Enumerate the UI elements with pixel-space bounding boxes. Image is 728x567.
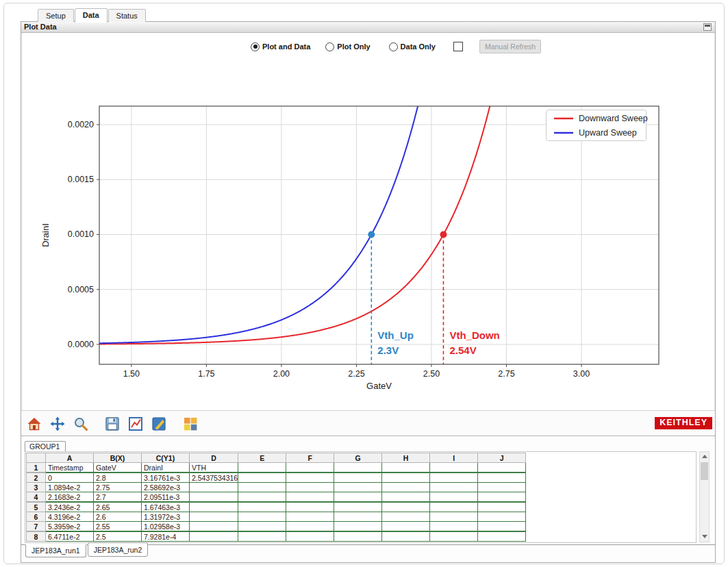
grid-cell[interactable] [478, 531, 526, 542]
scroll-up-button[interactable] [700, 452, 709, 462]
tab-run1[interactable]: JEP183A_run1 [25, 544, 86, 557]
grid-cell[interactable] [382, 512, 430, 522]
row-header[interactable]: 1 [27, 463, 46, 473]
grid-cell[interactable] [382, 463, 430, 473]
save-tool-button[interactable] [103, 414, 121, 433]
grid-cell[interactable]: 3.2436e-2 [46, 502, 94, 512]
manual-refresh-button[interactable]: Manual Refresh [479, 40, 541, 53]
column-header[interactable]: A [46, 453, 94, 463]
grid-cell[interactable] [430, 492, 478, 503]
grid-cell[interactable]: 2.7 [94, 492, 142, 503]
zoom-tool-button[interactable] [71, 414, 90, 433]
grid-cell[interactable] [238, 463, 286, 473]
grid-cell[interactable] [190, 531, 238, 542]
grid-cell[interactable] [190, 483, 238, 492]
column-header[interactable]: E [238, 453, 286, 463]
grid-cell[interactable] [238, 483, 286, 492]
row-header[interactable]: 7 [27, 522, 46, 532]
grid-cell[interactable]: Timestamp [46, 463, 94, 473]
grid-cell[interactable]: 0 [46, 473, 94, 483]
grid-corner[interactable] [27, 453, 46, 463]
grid-cell[interactable] [334, 522, 382, 532]
grid-cell[interactable]: 1.31972e-3 [142, 512, 190, 522]
grid-cell[interactable]: 1.0894e-2 [46, 483, 94, 492]
grid-cell[interactable]: 2.65 [94, 502, 142, 512]
grid-cell[interactable] [382, 522, 430, 532]
grid-cell[interactable]: 2.09511e-3 [142, 492, 190, 503]
column-header[interactable]: B(X) [94, 453, 142, 463]
grid-cell[interactable] [478, 483, 526, 492]
row-header[interactable]: 8 [27, 531, 46, 542]
grid-cell[interactable]: 5.3959e-2 [46, 522, 94, 532]
options-grid-tool-button[interactable] [181, 414, 199, 433]
grid-cell[interactable]: 1.02958e-3 [142, 522, 190, 532]
grid-cell[interactable] [430, 483, 478, 492]
grid-cell[interactable] [238, 531, 286, 542]
radio-circle-plot-only[interactable] [325, 42, 334, 51]
grid-cell[interactable] [238, 492, 286, 503]
grid-cell[interactable]: GateV [94, 463, 142, 473]
grid-cell[interactable] [286, 531, 334, 542]
grid-cell[interactable] [430, 531, 478, 542]
grid-cell[interactable] [478, 512, 526, 522]
grid-cell[interactable] [334, 492, 382, 503]
collapse-panel-icon[interactable] [703, 23, 712, 31]
grid-cell[interactable]: 2.8 [94, 473, 142, 483]
row-header[interactable]: 2 [27, 473, 46, 483]
grid-cell[interactable]: DrainI [142, 463, 190, 473]
grid-cell[interactable] [430, 502, 478, 512]
grid-cell[interactable] [334, 473, 382, 483]
grid-cell[interactable] [286, 483, 334, 492]
pan-tool-button[interactable] [48, 414, 66, 433]
row-header[interactable]: 6 [27, 512, 46, 522]
grid-cell[interactable] [238, 473, 286, 483]
tab-setup[interactable]: Setup [38, 9, 74, 22]
radio-plot-and-data[interactable]: Plot and Data [251, 42, 310, 51]
grid-cell[interactable] [334, 512, 382, 522]
column-header[interactable]: I [430, 453, 478, 463]
grid-cell[interactable] [190, 522, 238, 532]
grid-cell[interactable]: 3.16761e-3 [142, 473, 190, 483]
grid-cell[interactable] [286, 502, 334, 512]
grid-cell[interactable] [190, 502, 238, 512]
radio-plot-only[interactable]: Plot Only [325, 42, 370, 51]
column-header[interactable]: G [334, 453, 382, 463]
grid-cell[interactable]: 2.5 [94, 531, 142, 542]
grid-cell[interactable] [334, 483, 382, 492]
grid-cell[interactable] [430, 522, 478, 532]
radio-circle-data-only[interactable] [389, 42, 398, 51]
grid-cell[interactable] [382, 483, 430, 492]
group-tab[interactable]: GROUP1 [25, 441, 66, 452]
grid-cell[interactable] [430, 512, 478, 522]
column-header[interactable]: H [382, 453, 430, 463]
plot-settings-tool-button[interactable] [126, 414, 145, 433]
grid-cell[interactable] [430, 473, 478, 483]
grid-cell[interactable] [382, 531, 430, 542]
grid-cell[interactable] [382, 492, 430, 503]
grid-cell[interactable] [478, 522, 526, 532]
grid-cell[interactable]: VTH [190, 463, 238, 473]
grid-cell[interactable] [190, 512, 238, 522]
column-header[interactable]: D [190, 453, 238, 463]
tab-data[interactable]: Data [75, 8, 108, 23]
grid-cell[interactable] [286, 512, 334, 522]
grid-cell[interactable] [334, 531, 382, 542]
column-header[interactable]: C(Y1) [142, 453, 190, 463]
plot-style-tool-button[interactable] [149, 414, 168, 433]
grid-cell[interactable] [478, 502, 526, 512]
scrollbar-thumb[interactable] [701, 462, 708, 480]
grid-vertical-scrollbar[interactable] [699, 451, 710, 542]
grid-cell[interactable]: 2.58692e-3 [142, 483, 190, 492]
grid-cell[interactable]: 2.75 [94, 483, 142, 492]
radio-data-only[interactable]: Data Only [389, 42, 436, 51]
column-header[interactable]: J [478, 453, 526, 463]
home-tool-button[interactable] [25, 414, 43, 433]
row-header[interactable]: 5 [27, 502, 46, 512]
row-header[interactable]: 4 [27, 492, 46, 503]
grid-cell[interactable] [430, 463, 478, 473]
grid-cell[interactable] [382, 502, 430, 512]
grid-cell[interactable] [238, 522, 286, 532]
grid-cell[interactable] [286, 522, 334, 532]
grid-cell[interactable]: 7.9281e-4 [142, 531, 190, 542]
scroll-down-button[interactable] [700, 532, 709, 542]
